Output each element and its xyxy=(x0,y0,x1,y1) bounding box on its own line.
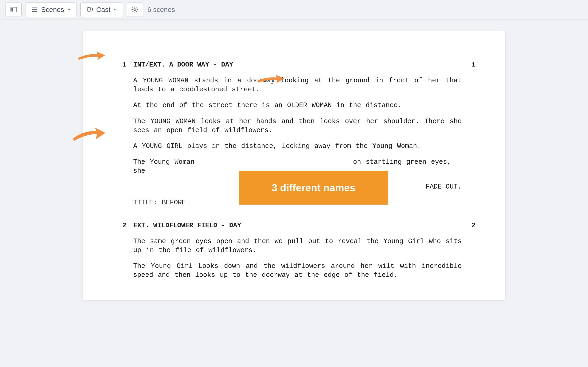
scene-count: 6 scenes xyxy=(147,6,175,14)
scenes-dropdown[interactable]: Scenes xyxy=(25,2,77,17)
scene-title: INT/EXT. A DOOR WAY - DAY xyxy=(133,60,462,69)
chevron-down-icon xyxy=(67,8,71,12)
scenes-label: Scenes xyxy=(41,6,64,14)
script-page: 1 INT/EXT. A DOOR WAY - DAY 1 A YOUNG WO… xyxy=(83,31,505,300)
scene-heading: 2 EXT. WILDFLOWER FIELD - DAY 2 xyxy=(112,221,476,230)
svg-rect-1 xyxy=(11,8,13,11)
scene-heading: 1 INT/EXT. A DOOR WAY - DAY 1 xyxy=(112,60,476,69)
gear-icon xyxy=(131,6,138,13)
chevron-down-icon xyxy=(113,8,117,12)
svg-point-6 xyxy=(32,9,32,10)
action-paragraph: At the end of the street there is an OLD… xyxy=(133,101,462,110)
panel-icon xyxy=(10,6,17,13)
annotation-callout: 3 different names xyxy=(239,171,388,205)
settings-button[interactable] xyxy=(127,2,143,17)
scene-number-left: 2 xyxy=(112,221,133,230)
action-paragraph: The YOUNG WOMAN looks at her hands and t… xyxy=(133,117,462,135)
cast-label: Cast xyxy=(96,6,111,14)
action-paragraph: A YOUNG GIRL plays in the distance, look… xyxy=(133,142,462,151)
action-paragraph: A YOUNG WOMAN stands in a doorway lookin… xyxy=(133,76,462,94)
scene-number-right: 1 xyxy=(462,60,476,69)
masks-icon xyxy=(86,6,94,13)
list-icon xyxy=(31,6,38,13)
scene-title: EXT. WILDFLOWER FIELD - DAY xyxy=(133,221,462,230)
scene-number-left: 1 xyxy=(112,60,133,69)
panel-toggle-button[interactable] xyxy=(6,2,22,17)
page-area: 1 INT/EXT. A DOOR WAY - DAY 1 A YOUNG WO… xyxy=(0,19,588,300)
arrow-annotation xyxy=(76,47,108,65)
action-paragraph: The same green eyes open and then we pul… xyxy=(133,237,462,255)
toolbar: Scenes Cast 6 scenes xyxy=(0,0,588,19)
scene-number-right: 2 xyxy=(462,221,476,230)
cast-dropdown[interactable]: Cast xyxy=(80,2,123,17)
svg-point-7 xyxy=(32,11,32,11)
svg-point-8 xyxy=(134,9,136,11)
action-paragraph: The Young Girl Looks down and the wildfl… xyxy=(133,262,462,280)
arrow-annotation xyxy=(71,123,107,144)
svg-point-5 xyxy=(32,8,32,8)
